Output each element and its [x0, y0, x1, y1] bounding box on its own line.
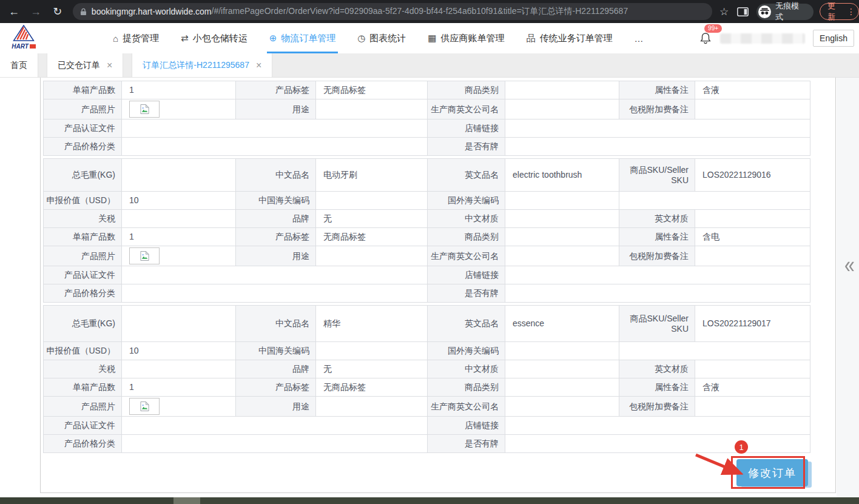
field-label: 是否有牌 [428, 435, 505, 453]
browser-window: ← → ↻ bookingmgr.hart-worldwide.com/#/if… [0, 0, 859, 504]
horizontal-scrollbar-thumb[interactable] [173, 497, 200, 504]
field-value [505, 360, 619, 378]
field-value [505, 342, 619, 360]
table-row: 产品价格分类是否有牌 [44, 435, 810, 453]
user-name-blurred[interactable] [720, 33, 805, 44]
field-value [619, 342, 810, 360]
field-value: 1 [122, 378, 236, 397]
field-label: 产品认证文件 [44, 417, 122, 435]
back-icon[interactable]: ← [6, 5, 22, 18]
field-label: 单箱产品数 [44, 228, 122, 246]
field-value: LOS20221129017 [695, 306, 810, 342]
forward-icon[interactable]: → [28, 5, 44, 18]
url-domain: bookingmgr.hart-worldwide.com [92, 7, 212, 16]
field-value [505, 284, 810, 303]
product-photo-thumb[interactable] [129, 101, 160, 118]
product-photo-cell [122, 397, 236, 417]
url-bar[interactable]: bookingmgr.hart-worldwide.com/#/iframePa… [73, 3, 712, 20]
field-label: 中文品名 [236, 306, 316, 342]
field-value [316, 342, 428, 360]
home-icon: ⌂ [113, 33, 118, 44]
field-label: 英文材质 [619, 210, 695, 228]
chrome-menu-icon[interactable]: ⋮ [847, 7, 855, 16]
field-label: 申报价值（USD） [44, 192, 122, 210]
side-strip [837, 78, 859, 497]
field-label: 生产商英文公司名 [428, 246, 505, 266]
modify-order-button[interactable]: 修改订单 [736, 459, 808, 486]
reload-icon[interactable]: ↻ [50, 5, 66, 18]
field-value: 无商品标签 [316, 228, 428, 246]
field-value: 10 [122, 192, 236, 210]
nav-item-traditional-orders[interactable]: 品传统业务订单管理 [527, 23, 613, 53]
table-row: 关税品牌无中文材质英文材质 [44, 360, 810, 378]
field-label: 中文材质 [428, 210, 505, 228]
transfer-icon: ⇄ [181, 33, 189, 44]
field-label: 包税附加费备注 [619, 246, 695, 266]
order-detail-panel: 单箱产品数1产品标签无商品标签商品类别属性备注含液产品照片用途生产商英文公司名包… [40, 78, 836, 493]
bookmark-star-icon[interactable]: ☆ [719, 5, 729, 18]
tab-submitted-orders[interactable]: 已交仓订单× [47, 53, 123, 77]
field-label: 属性备注 [619, 378, 695, 397]
field-value: 含液 [695, 378, 810, 397]
field-value [122, 266, 428, 284]
side-panel-icon[interactable] [737, 7, 749, 16]
field-value: 无商品标签 [316, 81, 428, 99]
notification-bell[interactable]: 99+ [700, 32, 712, 44]
update-label: 更新 [827, 1, 843, 22]
table-row: 产品认证文件店铺链接 [44, 417, 810, 435]
field-label: 中文品名 [236, 159, 316, 192]
table-row: 申报价值（USD）10中国海关编码国外海关编码 [44, 342, 810, 360]
url-path: /#/iframePageOrder/OrderView?id=092909aa… [212, 6, 628, 17]
table-row: 单箱产品数1产品标签无商品标签商品类别属性备注含液 [44, 378, 810, 397]
tab-home[interactable]: 首页 [0, 53, 38, 77]
product-photo-thumb[interactable] [129, 398, 160, 415]
nav-item-parcel-warehouse[interactable]: ⇄小包仓储转运 [181, 23, 248, 53]
hart-logo[interactable]: HART [7, 25, 40, 49]
field-label: 总毛重(KG) [44, 159, 122, 192]
chrome-update-button[interactable]: 更新 ⋮ [820, 3, 859, 20]
field-label: 店铺链接 [428, 417, 505, 435]
field-label: 生产商英文公司名 [428, 397, 505, 417]
incognito-badge: 无痕模式 [756, 4, 814, 20]
tab-close-icon[interactable]: × [256, 61, 261, 70]
nav-item-more[interactable]: … [635, 23, 644, 53]
field-label: 包税附加费备注 [619, 99, 695, 119]
product-photo-thumb[interactable] [129, 247, 160, 264]
collapse-chevron-icon[interactable]: « [844, 252, 855, 278]
globe-icon: ⊕ [269, 33, 277, 44]
field-value [505, 417, 810, 435]
nav-item-chart-stats[interactable]: ◷图表统计 [357, 23, 406, 53]
notification-badge: 99+ [704, 24, 722, 33]
field-label: 商品SKU/Seller SKU [619, 159, 695, 192]
horizontal-scrollbar-track[interactable] [200, 497, 859, 504]
field-label: 产品认证文件 [44, 266, 122, 284]
field-value: 无 [316, 210, 428, 228]
field-label: 产品价格分类 [44, 284, 122, 303]
orgchart-icon: 品 [527, 33, 536, 44]
field-value: 电动牙刷 [316, 159, 428, 192]
field-label: 关税 [44, 210, 122, 228]
field-label: 中文材质 [428, 360, 505, 378]
field-label: 产品标签 [236, 228, 316, 246]
nav-item-supplier-bills[interactable]: ▦供应商账单管理 [428, 23, 504, 53]
field-label: 单箱产品数 [44, 81, 122, 99]
field-value: 10 [122, 342, 236, 360]
field-label: 生产商英文公司名 [428, 99, 505, 119]
field-value [122, 417, 428, 435]
field-value [619, 192, 810, 210]
field-label: 英文品名 [428, 306, 505, 342]
field-label: 产品照片 [44, 397, 122, 417]
nav-item-label: 提货管理 [123, 33, 159, 44]
field-label: 商品类别 [428, 81, 505, 99]
nav-item-pickup[interactable]: ⌂提货管理 [113, 23, 159, 53]
field-label: 属性备注 [619, 228, 695, 246]
field-value [122, 435, 428, 453]
tab-order-detail[interactable]: 订单汇总详情-H2211295687× [132, 53, 272, 77]
tab-close-icon[interactable]: × [107, 61, 112, 70]
nav-item-label: 传统业务订单管理 [540, 33, 613, 44]
nav-item-logistics-orders[interactable]: ⊕物流订单管理 [269, 23, 336, 53]
calendar-icon: ▦ [428, 33, 436, 44]
field-value [505, 435, 810, 453]
field-value [316, 246, 428, 266]
language-toggle-button[interactable]: English [813, 30, 854, 47]
